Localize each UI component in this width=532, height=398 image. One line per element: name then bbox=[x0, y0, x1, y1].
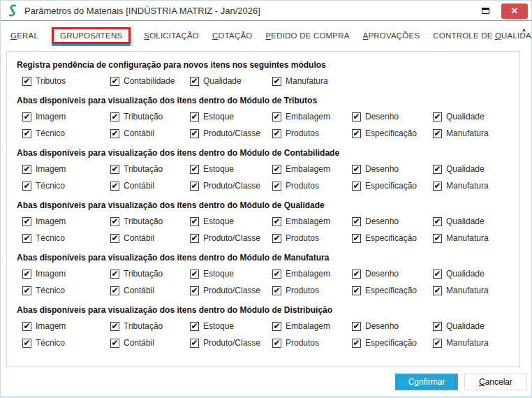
checkbox[interactable] bbox=[22, 165, 31, 174]
checkbox[interactable] bbox=[272, 217, 281, 226]
tab-cotacao[interactable]: COTAÇÃO bbox=[212, 31, 252, 40]
checkbox[interactable] bbox=[352, 165, 361, 174]
checkbox[interactable] bbox=[190, 112, 199, 121]
checkbox[interactable] bbox=[272, 286, 281, 295]
checkbox-option[interactable]: Manufatura bbox=[433, 286, 515, 296]
checkbox-option[interactable]: Imagem bbox=[22, 321, 110, 332]
checkbox[interactable] bbox=[110, 182, 119, 191]
checkbox-option[interactable]: Especificação bbox=[352, 338, 433, 348]
checkbox-option[interactable]: Imagem bbox=[22, 216, 110, 227]
checkbox-option[interactable]: Especificação bbox=[352, 286, 433, 296]
checkbox[interactable] bbox=[22, 234, 31, 243]
checkbox[interactable] bbox=[190, 182, 199, 191]
checkbox-option[interactable]: Manufatura bbox=[433, 128, 515, 139]
checkbox[interactable] bbox=[110, 270, 119, 279]
checkbox[interactable] bbox=[22, 286, 31, 295]
checkbox-option[interactable]: Desenho bbox=[352, 216, 433, 227]
checkbox[interactable] bbox=[190, 322, 199, 331]
checkbox-option[interactable]: Produtos bbox=[272, 128, 352, 139]
checkbox-option[interactable]: Contábil bbox=[110, 286, 190, 296]
checkbox[interactable] bbox=[433, 270, 442, 279]
checkbox[interactable] bbox=[190, 129, 199, 138]
checkbox-option[interactable]: Embalagem bbox=[272, 216, 352, 227]
checkbox-option[interactable]: Produto/Classe bbox=[190, 286, 272, 296]
checkbox[interactable] bbox=[110, 112, 119, 121]
tab-pedido-de-compra[interactable]: PEDIDO DE COMPRA bbox=[265, 31, 349, 40]
checkbox-option[interactable]: Qualidade bbox=[433, 321, 515, 332]
cancel-button[interactable]: Cancelar bbox=[464, 374, 527, 390]
checkbox-option[interactable]: Tributação bbox=[110, 321, 190, 332]
checkbox[interactable] bbox=[190, 234, 199, 243]
checkbox[interactable] bbox=[190, 165, 199, 174]
checkbox-option[interactable]: Desenho bbox=[352, 164, 433, 175]
checkbox[interactable] bbox=[272, 270, 281, 279]
tab-aprovacoes[interactable]: APROVAÇÕES bbox=[363, 31, 420, 40]
checkbox[interactable] bbox=[272, 322, 281, 331]
checkbox[interactable] bbox=[352, 112, 361, 121]
checkbox[interactable] bbox=[433, 234, 442, 243]
checkbox-option[interactable]: Estoque bbox=[190, 164, 272, 175]
checkbox[interactable] bbox=[22, 129, 31, 138]
tab-geral[interactable]: GERAL bbox=[10, 31, 38, 40]
checkbox-option[interactable]: Desenho bbox=[352, 321, 433, 332]
checkbox[interactable] bbox=[352, 286, 361, 295]
checkbox-option[interactable]: Produto/Classe bbox=[190, 233, 272, 244]
checkbox[interactable] bbox=[22, 322, 31, 331]
checkbox[interactable] bbox=[433, 165, 442, 174]
checkbox-option[interactable]: Qualidade bbox=[433, 269, 515, 279]
checkbox[interactable] bbox=[433, 217, 442, 226]
checkbox-option[interactable]: Produtos bbox=[272, 233, 352, 244]
checkbox[interactable] bbox=[22, 112, 31, 121]
checkbox-option[interactable]: Embalagem bbox=[272, 112, 352, 122]
checkbox[interactable] bbox=[110, 234, 119, 243]
checkbox[interactable] bbox=[433, 339, 442, 348]
checkbox-option[interactable]: Manufatura bbox=[433, 233, 515, 244]
checkbox-option[interactable]: Produto/Classe bbox=[190, 128, 272, 139]
checkbox[interactable] bbox=[110, 339, 119, 348]
checkbox-option[interactable]: Estoque bbox=[190, 216, 272, 227]
checkbox-option[interactable]: Contabilidade bbox=[110, 76, 190, 87]
checkbox[interactable] bbox=[272, 182, 281, 191]
checkbox[interactable] bbox=[272, 234, 281, 243]
checkbox[interactable] bbox=[352, 339, 361, 348]
close-button[interactable]: ✕ bbox=[501, 3, 528, 19]
checkbox-option[interactable]: Produtos bbox=[272, 286, 352, 296]
tab-grupos-itens[interactable]: GRUPOS/ITENS bbox=[52, 27, 131, 44]
checkbox[interactable] bbox=[110, 286, 119, 295]
checkbox-option[interactable]: Manufatura bbox=[433, 338, 515, 348]
checkbox-option[interactable]: Embalagem bbox=[272, 269, 352, 279]
checkbox-option[interactable]: Especificação bbox=[352, 181, 433, 191]
checkbox-option[interactable]: Tributos bbox=[22, 76, 110, 87]
checkbox[interactable] bbox=[190, 339, 199, 348]
checkbox[interactable] bbox=[190, 217, 199, 226]
checkbox-option[interactable]: Tributação bbox=[110, 164, 190, 175]
checkbox[interactable] bbox=[433, 129, 442, 138]
checkbox[interactable] bbox=[433, 182, 442, 191]
checkbox-option[interactable]: Contábil bbox=[110, 338, 190, 348]
checkbox-option[interactable]: Técnico bbox=[22, 181, 110, 191]
checkbox-option[interactable]: Qualidade bbox=[190, 76, 272, 87]
checkbox[interactable] bbox=[190, 286, 199, 295]
checkbox[interactable] bbox=[272, 77, 281, 86]
checkbox[interactable] bbox=[22, 339, 31, 348]
checkbox-option[interactable]: Desenho bbox=[352, 269, 433, 279]
tab-solicitacao[interactable]: SOLICITAÇÃO bbox=[144, 31, 199, 40]
checkbox[interactable] bbox=[272, 339, 281, 348]
checkbox-option[interactable]: Embalagem bbox=[272, 321, 352, 332]
tab-controle-de-qualidade[interactable]: CONTROLE DE QUALIDADE bbox=[433, 31, 531, 40]
checkbox-option[interactable]: Qualidade bbox=[433, 164, 515, 175]
checkbox-option[interactable]: Produto/Classe bbox=[190, 338, 272, 348]
checkbox[interactable] bbox=[272, 129, 281, 138]
checkbox[interactable] bbox=[190, 270, 199, 279]
checkbox-option[interactable]: Técnico bbox=[22, 233, 110, 244]
checkbox[interactable] bbox=[110, 217, 119, 226]
checkbox[interactable] bbox=[110, 165, 119, 174]
checkbox-option[interactable]: Especificação bbox=[352, 128, 433, 139]
checkbox-option[interactable]: Tributação bbox=[110, 216, 190, 227]
checkbox[interactable] bbox=[110, 129, 119, 138]
checkbox-option[interactable]: Técnico bbox=[22, 128, 110, 139]
checkbox[interactable] bbox=[352, 129, 361, 138]
checkbox-option[interactable]: Contábil bbox=[110, 181, 190, 191]
checkbox[interactable] bbox=[433, 112, 442, 121]
checkbox[interactable] bbox=[352, 322, 361, 331]
